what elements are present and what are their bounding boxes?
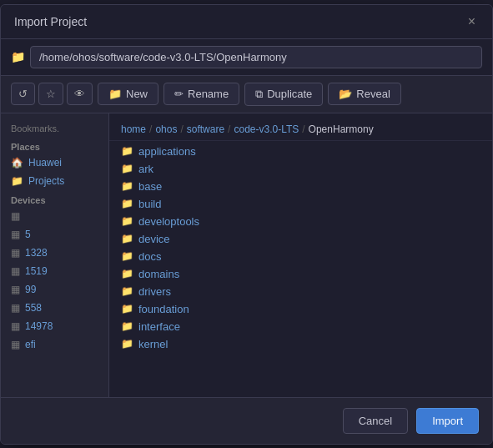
drive-icon: ▦ xyxy=(11,320,20,332)
list-item[interactable]: 📁domains xyxy=(109,265,492,283)
path-folder-icon: 📁 xyxy=(11,50,25,63)
list-item[interactable]: 📁kernel xyxy=(109,335,492,353)
file-name: docs xyxy=(138,250,161,263)
duplicate-icon: ⧉ xyxy=(255,88,263,101)
drive-icon: ▦ xyxy=(11,247,20,259)
eye-button[interactable]: 👁 xyxy=(67,83,93,105)
sidebar-item-huawei[interactable]: 🏠 Huawei xyxy=(1,154,108,172)
sidebar-item-label: 558 xyxy=(25,302,42,314)
breadcrumb: home / ohos / software / code-v3.0-LTS /… xyxy=(109,118,492,141)
folder-icon: 📁 xyxy=(121,285,133,297)
sidebar-item-dev-1519[interactable]: ▦ 1519 xyxy=(1,262,108,280)
cancel-button[interactable]: Cancel xyxy=(343,408,408,434)
file-list: 📁applications📁ark📁base📁build📁developtool… xyxy=(109,143,492,353)
breadcrumb-ohos[interactable]: ohos xyxy=(155,123,177,135)
list-item[interactable]: 📁build xyxy=(109,195,492,213)
sidebar-item-label: efi xyxy=(25,339,36,350)
breadcrumb-current: OpenHarmony xyxy=(309,123,374,135)
file-name: applications xyxy=(138,145,196,158)
rename-button[interactable]: ✏ Rename xyxy=(163,83,239,105)
devices-section-label: Devices xyxy=(1,190,108,207)
file-name: device xyxy=(138,233,170,245)
drive-icon: ▦ xyxy=(11,210,20,222)
sidebar-item-label: Projects xyxy=(28,175,64,187)
file-name: build xyxy=(138,198,161,210)
rename-icon: ✏ xyxy=(174,88,184,100)
sidebar-item-label: 99 xyxy=(25,284,36,295)
list-item[interactable]: 📁docs xyxy=(109,248,492,265)
folder-icon: 📁 xyxy=(121,215,133,227)
breadcrumb-home[interactable]: home xyxy=(121,123,146,135)
list-item[interactable]: 📁foundation xyxy=(109,300,492,318)
toolbar: ↺ ☆ 👁 📁 New ✏ Rename ⧉ Duplicate 📂 Revea… xyxy=(1,76,492,113)
sidebar-item-dev-efi[interactable]: ▦ efi xyxy=(1,335,108,354)
list-item[interactable]: 📁drivers xyxy=(109,283,492,300)
sidebar-item-dev1[interactable]: ▦ xyxy=(1,207,108,225)
sidebar-item-dev-99[interactable]: ▦ 99 xyxy=(1,280,108,299)
duplicate-button[interactable]: ⧉ Duplicate xyxy=(244,83,323,106)
new-button[interactable]: 📁 New xyxy=(98,83,158,105)
sidebar-item-dev-5[interactable]: ▦ 5 xyxy=(1,225,108,244)
reveal-icon: 📂 xyxy=(339,88,352,100)
title-bar: Import Project × xyxy=(1,5,492,39)
drive-icon: ▦ xyxy=(11,284,20,295)
rename-label: Rename xyxy=(188,88,229,100)
home-icon: 🏠 xyxy=(11,157,23,169)
path-bar: 📁 xyxy=(1,39,492,76)
drive-icon: ▦ xyxy=(11,302,20,314)
close-button[interactable]: × xyxy=(465,13,479,30)
file-panel: home / ohos / software / code-v3.0-LTS /… xyxy=(109,113,492,397)
file-name: kernel xyxy=(138,338,168,350)
new-label: New xyxy=(126,88,148,100)
sidebar-item-label: 5 xyxy=(25,229,31,240)
path-input[interactable] xyxy=(30,46,482,68)
folder-icon: 📁 xyxy=(121,303,133,315)
sidebar-item-label: 1519 xyxy=(25,265,48,277)
drive-icon: ▦ xyxy=(11,339,20,350)
toolbar-icon-group: ↺ ☆ 👁 xyxy=(11,83,93,105)
folder-icon: 📁 xyxy=(121,163,133,174)
sidebar-item-label: 14978 xyxy=(25,320,53,332)
breadcrumb-codev30lts[interactable]: code-v3.0-LTS xyxy=(234,123,299,135)
main-area: Bookmarks. Places 🏠 Huawei 📁 Projects De… xyxy=(1,113,492,397)
eye-icon: 👁 xyxy=(74,88,85,100)
list-item[interactable]: 📁ark xyxy=(109,160,492,178)
list-item[interactable]: 📁developtools xyxy=(109,213,492,230)
sidebar-item-projects[interactable]: 📁 Projects xyxy=(1,172,108,190)
folder-icon: 📁 xyxy=(121,268,133,279)
reveal-button[interactable]: 📂 Reveal xyxy=(328,83,400,105)
sidebar: Bookmarks. Places 🏠 Huawei 📁 Projects De… xyxy=(1,113,109,397)
file-name: ark xyxy=(138,163,153,175)
bookmarks-label: Bookmarks. xyxy=(1,120,108,137)
file-name: base xyxy=(138,180,162,193)
folder-icon: 📁 xyxy=(121,180,133,192)
sidebar-item-dev-14978[interactable]: ▦ 14978 xyxy=(1,317,108,335)
import-project-dialog: Import Project × 📁 ↺ ☆ 👁 📁 New ✏ Rename xyxy=(0,4,493,445)
file-name: developtools xyxy=(138,215,199,228)
duplicate-label: Duplicate xyxy=(267,88,312,100)
sidebar-item-label: Huawei xyxy=(28,157,62,169)
list-item[interactable]: 📁device xyxy=(109,230,492,248)
bookmark-icon: ☆ xyxy=(46,88,56,100)
drive-icon: ▦ xyxy=(11,265,20,277)
sidebar-item-dev-558[interactable]: ▦ 558 xyxy=(1,299,108,317)
bookmark-button[interactable]: ☆ xyxy=(38,83,63,105)
sidebar-item-dev-1328[interactable]: ▦ 1328 xyxy=(1,244,108,262)
reveal-label: Reveal xyxy=(356,88,390,100)
list-item[interactable]: 📁base xyxy=(109,178,492,195)
folder-icon: 📁 xyxy=(121,338,133,350)
folder-icon: 📁 xyxy=(121,320,133,332)
drive-icon: ▦ xyxy=(11,229,20,240)
sidebar-item-label: 1328 xyxy=(25,247,48,259)
file-name: interface xyxy=(138,320,180,333)
list-item[interactable]: 📁applications xyxy=(109,143,492,160)
folder-icon: 📁 xyxy=(121,233,133,244)
import-button[interactable]: Import xyxy=(416,408,479,434)
breadcrumb-software[interactable]: software xyxy=(187,123,224,135)
folder-icon: 📁 xyxy=(121,250,133,262)
list-item[interactable]: 📁interface xyxy=(109,318,492,335)
refresh-button[interactable]: ↺ xyxy=(11,83,35,105)
places-section-label: Places xyxy=(1,137,108,154)
file-name: foundation xyxy=(138,303,189,315)
folder-icon: 📁 xyxy=(121,145,133,157)
